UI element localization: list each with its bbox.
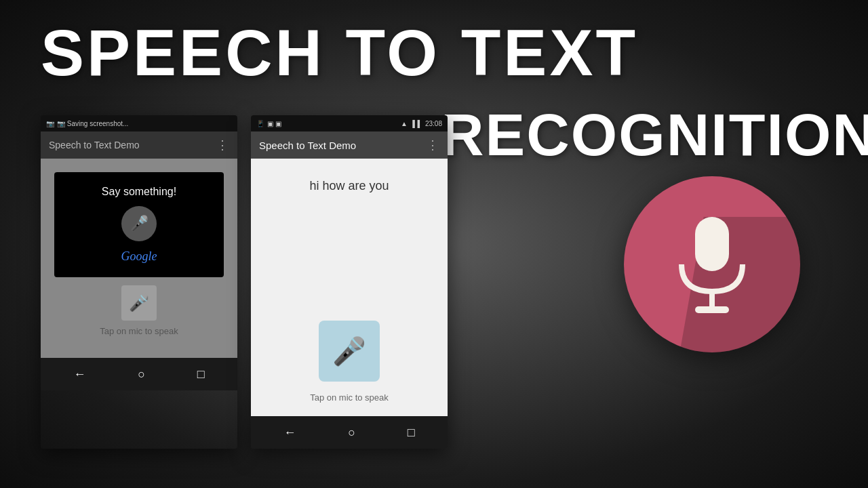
phone2-status-left: 📱 ▣ ▣ [256, 120, 281, 127]
svg-rect-2 [695, 306, 729, 313]
svg-rect-0 [695, 217, 729, 271]
phone1-tap-text: Tap on mic to speak [100, 326, 178, 336]
phone2-home-icon[interactable]: ○ [348, 426, 355, 440]
phone1-toolbar-title: Speech to Text Demo [49, 140, 140, 150]
phone1-status-bar: 📷 📷 Saving screenshot... [41, 115, 237, 131]
phone2-back-icon[interactable]: ← [283, 426, 296, 440]
phone1-recents-icon[interactable]: □ [197, 367, 205, 382]
whatsapp-icon: 📱 [256, 120, 264, 127]
phone1-toolbar: Speech to Text Demo ⋮ [41, 131, 237, 159]
phone1-status-left: 📷 📷 Saving screenshot... [46, 120, 128, 127]
phone1: 📷 📷 Saving screenshot... Speech to Text … [41, 115, 237, 449]
phone2-notif-icons: ▣ ▣ [267, 120, 281, 127]
phone1-google-dialog: Say something! 🎤 Google [54, 172, 224, 277]
phone2-toolbar-title: Speech to Text Demo [259, 140, 356, 151]
phone1-body: Say something! 🎤 Google 🎤 Tap on mic to … [41, 159, 237, 358]
phone2-toolbar: Speech to Text Demo ⋮ [251, 131, 448, 159]
phones-container: 📷 📷 Saving screenshot... Speech to Text … [41, 115, 448, 449]
phone1-back-icon[interactable]: ← [73, 367, 85, 382]
phone1-mic-section: 🎤 Tap on mic to speak [100, 277, 178, 344]
phone2-menu-icon[interactable]: ⋮ [427, 138, 439, 152]
phone1-menu-icon[interactable]: ⋮ [216, 138, 229, 152]
phone2-tap-text: Tap on mic to speak [310, 392, 389, 403]
phone2-status-bar: 📱 ▣ ▣ ▲ ▐▐ 23:08 [251, 115, 448, 131]
phone2: 📱 ▣ ▣ ▲ ▐▐ 23:08 Speech to Text Demo ⋮ h… [251, 115, 448, 449]
phone2-status-right: ▲ ▐▐ 23:08 [401, 120, 442, 127]
phone2-nav: ← ○ □ [251, 416, 448, 449]
wifi-icon: ▲ [401, 120, 408, 127]
phone1-nav: ← ○ □ [41, 358, 237, 390]
phone1-say-something: Say something! [102, 186, 176, 198]
phone2-time: 23:08 [425, 120, 442, 127]
phone1-small-mic-icon: 🎤 [129, 293, 149, 312]
phone2-mic-button[interactable]: 🎤 [319, 321, 380, 382]
screenshot-icon: 📷 [46, 120, 54, 127]
phone1-home-icon[interactable]: ○ [138, 367, 145, 382]
phone1-mic-icon: 🎤 [130, 215, 149, 232]
main-title-line2: RECOGNITION [441, 105, 868, 165]
big-mic-circle [624, 176, 800, 352]
phone1-small-mic-button[interactable]: 🎤 [121, 285, 157, 321]
big-mic-svg [665, 210, 760, 319]
signal-icon: ▐▐ [410, 120, 420, 127]
phone2-transcript: hi how are you [302, 172, 395, 200]
phone1-google-label: Google [121, 249, 157, 264]
phone1-google-mic-button[interactable]: 🎤 [121, 206, 157, 241]
main-title-line1: SPEECH TO TEXT [41, 20, 638, 85]
phone2-body: hi how are you 🎤 Tap on mic to speak [251, 159, 448, 416]
phone1-status-text: 📷 Saving screenshot... [57, 120, 128, 127]
phone2-mic-icon: 🎤 [332, 336, 366, 367]
phone2-recents-icon[interactable]: □ [408, 426, 415, 440]
